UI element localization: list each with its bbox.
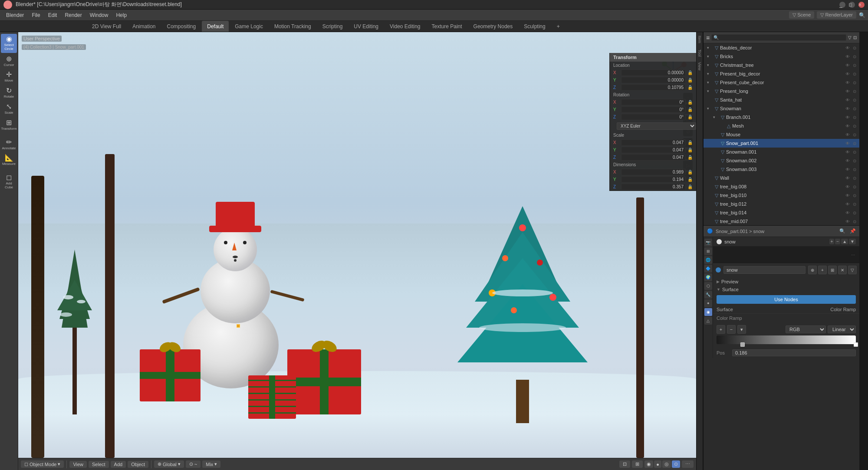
outliner-item-branch-001[interactable]: ▾ ▽ Branch.001 👁 ⊙ xyxy=(704,113,859,122)
use-nodes-button[interactable]: Use Nodes xyxy=(717,295,856,304)
tool-select-circle[interactable]: ◉ Select Circle xyxy=(1,34,17,53)
menu-edit[interactable]: Edit xyxy=(45,11,61,19)
mode-selector[interactable]: ◻ Object Mode ▾ xyxy=(21,460,64,468)
dim-z-lock[interactable]: 🔒 xyxy=(687,184,693,189)
visibility-icon[interactable]: 👁 xyxy=(845,219,851,224)
maximize-button[interactable]: □ xyxy=(849,2,855,8)
visibility-icon[interactable]: 👁 xyxy=(845,150,851,154)
outliner-list[interactable]: ▾ ▽ Baubles_decor 👁 ⊙ ▾ ▽ Bricks 👁 ⊙ ▾ ▽… xyxy=(704,43,859,226)
tab-uvediting[interactable]: UV Editing xyxy=(349,21,384,32)
location-y-value[interactable]: 0.00000 xyxy=(621,77,686,83)
mix-selector[interactable]: Mix ▾ xyxy=(202,460,220,468)
restrict-icon[interactable]: ⊙ xyxy=(852,184,858,189)
restrict-icon[interactable]: ⊙ xyxy=(852,158,858,163)
visibility-icon[interactable]: 👁 xyxy=(845,115,851,120)
tool-move[interactable]: ✛ Move xyxy=(1,69,17,85)
outliner-item-tree-big-012[interactable]: ▽ tree_big.012 👁 ⊙ xyxy=(704,200,859,208)
restrict-icon[interactable]: ⊙ xyxy=(852,89,858,94)
engine-selector[interactable]: ▽ Scene xyxy=(789,11,814,19)
restrict-icon[interactable]: ⊙ xyxy=(852,72,858,76)
tab-sculpting[interactable]: Sculpting xyxy=(519,21,550,32)
tab-gamelogic[interactable]: Game Logic xyxy=(230,21,268,32)
tool-transform[interactable]: ⊞ Transform xyxy=(1,118,17,133)
pos-value-input[interactable] xyxy=(732,349,856,356)
prop-icon-view[interactable]: 🌐 xyxy=(704,256,712,264)
outliner-item-tree-big-008[interactable]: ▽ tree_big.008 👁 ⊙ xyxy=(704,182,859,191)
surface-shader-value[interactable]: Color Ramp xyxy=(830,307,856,312)
material-down-btn[interactable]: ▼ xyxy=(849,239,856,244)
visibility-icon[interactable]: 👁 xyxy=(845,193,851,198)
viewport-mode-render[interactable]: ◎ xyxy=(662,460,671,468)
restrict-icon[interactable]: ⊙ xyxy=(852,193,858,198)
tool-rotate[interactable]: ↻ Rotate xyxy=(1,85,17,101)
restrict-icon[interactable]: ⊙ xyxy=(852,80,858,85)
tab-animation[interactable]: Animation xyxy=(127,21,161,32)
rotation-x-lock[interactable]: 🔒 xyxy=(687,100,693,105)
dim-x-value[interactable]: 0.989 xyxy=(621,169,686,175)
dim-z-value[interactable]: 0.357 xyxy=(621,184,686,190)
menu-window[interactable]: Window xyxy=(86,11,112,19)
visibility-icon[interactable]: 👁 xyxy=(845,89,851,94)
render-layer-selector[interactable]: ▽ RenderLayer xyxy=(817,11,856,19)
tool-cursor[interactable]: ⊕ Cursor xyxy=(1,54,17,69)
dim-x-lock[interactable]: 🔒 xyxy=(687,170,693,174)
shader-copy-btn[interactable]: ⊞ xyxy=(828,266,837,274)
outliner-item-snowman-003[interactable]: ▽ Snowman.003 👁 ⊙ xyxy=(704,165,859,174)
restrict-icon[interactable]: ⊙ xyxy=(852,132,858,137)
shader-delete-btn[interactable]: ✕ xyxy=(838,266,847,274)
visibility-icon[interactable]: 👁 xyxy=(845,141,851,146)
material-add-btn[interactable]: + xyxy=(829,239,835,244)
outliner-filter[interactable]: ▽ xyxy=(848,35,852,40)
visibility-icon[interactable]: 👁 xyxy=(845,210,851,215)
visibility-icon[interactable]: 👁 xyxy=(845,63,851,68)
side-tab-view[interactable]: View xyxy=(697,60,703,73)
visibility-icon[interactable]: 👁 xyxy=(845,158,851,163)
outliner-item-mesh[interactable]: △ Mesh 👁 ⊙ xyxy=(704,122,859,130)
minimize-button[interactable]: _ xyxy=(839,2,845,8)
location-x-lock[interactable]: 🔒 xyxy=(687,70,693,75)
visibility-icon[interactable]: 👁 xyxy=(845,46,851,50)
overlay-toggle[interactable]: ⊡ xyxy=(619,460,630,468)
outliner-item-baubles-decor[interactable]: ▾ ▽ Baubles_decor 👁 ⊙ xyxy=(704,43,859,52)
dim-y-lock[interactable]: 🔒 xyxy=(687,177,693,182)
visibility-icon[interactable]: 👁 xyxy=(845,176,851,181)
outliner-item-tree-big-010[interactable]: ▽ tree_big.010 👁 ⊙ xyxy=(704,191,859,200)
restrict-icon[interactable]: ⊙ xyxy=(852,115,858,120)
location-z-lock[interactable]: 🔒 xyxy=(687,85,693,90)
tab-default[interactable]: Default xyxy=(202,21,229,32)
view-menu[interactable]: View xyxy=(69,461,87,468)
tab-texturepaint[interactable]: Texture Paint xyxy=(427,21,467,32)
prop-icon-object[interactable]: ⬡ xyxy=(704,282,712,290)
rotation-z-lock[interactable]: 🔒 xyxy=(687,115,693,119)
menu-render[interactable]: Render xyxy=(61,11,85,19)
menu-file[interactable]: File xyxy=(28,11,43,19)
outliner-item-snowman[interactable]: ▾ ▽ Snowman 👁 ⊙ xyxy=(704,104,859,113)
tab-compositing[interactable]: Compositing xyxy=(162,21,201,32)
scale-z-value[interactable]: 0.047 xyxy=(621,154,686,161)
outliner-item-tree-big-014[interactable]: ▽ tree_big.014 👁 ⊙ xyxy=(704,208,859,217)
location-z-value[interactable]: 0.10795 xyxy=(621,84,686,91)
tab-geometrynodes[interactable]: Geometry Nodes xyxy=(468,21,518,32)
surface-section-toggle[interactable]: ▼ Surface xyxy=(713,286,859,293)
tool-scale[interactable]: ⤡ Scale xyxy=(1,102,17,117)
viewport-extras[interactable]: ⋯ xyxy=(682,460,694,468)
shader-name-input[interactable] xyxy=(723,266,806,274)
outliner-item-tree-mid-007[interactable]: ▽ tree_mid.007 👁 ⊙ xyxy=(704,217,859,226)
location-x-value[interactable]: 0.00000 xyxy=(621,69,686,76)
restrict-icon[interactable]: ⊙ xyxy=(852,150,858,154)
shader-unlink-btn[interactable]: ▽ xyxy=(848,266,857,274)
outliner-item-snowman-002[interactable]: ▽ Snowman.002 👁 ⊙ xyxy=(704,156,859,165)
prop-icon-output[interactable]: ⊞ xyxy=(704,247,712,255)
restrict-icon[interactable]: ⊙ xyxy=(852,54,858,59)
color-ramp-remove-stop[interactable]: − xyxy=(727,325,736,334)
visibility-icon[interactable]: 👁 xyxy=(845,184,851,189)
tab-scripting[interactable]: Scripting xyxy=(317,21,348,32)
outliner-item-present-big-decor[interactable]: ▾ ▽ Present_big_decor 👁 ⊙ xyxy=(704,69,859,78)
prop-icon-world[interactable]: 🌍 xyxy=(704,273,712,281)
restrict-icon[interactable]: ⊙ xyxy=(852,106,858,111)
rotation-y-lock[interactable]: 🔒 xyxy=(687,107,693,112)
menu-help[interactable]: Help xyxy=(112,11,130,19)
visibility-icon[interactable]: 👁 xyxy=(845,98,851,102)
restrict-icon[interactable]: ⊙ xyxy=(852,124,858,128)
scale-x-lock[interactable]: 🔒 xyxy=(687,140,693,145)
